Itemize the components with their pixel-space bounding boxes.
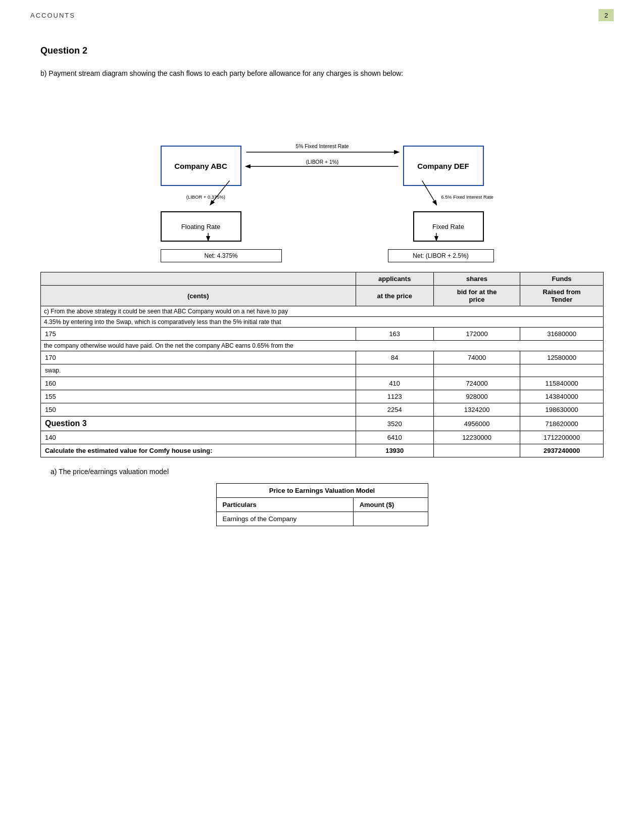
swap-label: swap. [41, 364, 356, 377]
funds-170: 12580000 [520, 351, 604, 364]
sub-question-a: a) The price/earnings valuation model [51, 468, 604, 476]
funds-150: 198630000 [520, 403, 604, 416]
col-cents-header [41, 272, 356, 286]
table-row: Question 3 3520 4956000 718620000 [41, 416, 604, 431]
shares-table: applicants shares Funds (cents) at the p… [40, 272, 604, 457]
table-row: the company otherwise would have paid. O… [41, 341, 604, 351]
shares-140: 12230000 [433, 431, 520, 444]
shares-150: 1324200 [433, 403, 520, 416]
col-shares-subheader: bid for at theprice [433, 286, 520, 306]
total-shares [433, 444, 520, 457]
svg-text:5% Fixed Interest Rate: 5% Fixed Interest Rate [295, 144, 349, 150]
pe-earnings-label: Earnings of the Company [216, 512, 353, 526]
page-content: Question 2 b) Payment stream diagram sho… [0, 30, 644, 551]
svg-line-6 [422, 181, 436, 205]
pe-earnings-amount [353, 512, 428, 526]
svg-text:(LIBOR + 1%): (LIBOR + 1%) [306, 160, 338, 165]
funds-140: 1712200000 [520, 431, 604, 444]
applicants-160: 410 [356, 377, 433, 390]
svg-line-4 [210, 181, 229, 205]
cents-160: 160 [41, 377, 356, 390]
svg-text:6.5% Fixed Interest Rate: 6.5% Fixed Interest Rate [441, 194, 493, 200]
col-applicants-subheader: at the price [356, 286, 433, 306]
page: ACCOUNTS 2 Question 2 b) Payment stream … [0, 0, 644, 834]
question3-inline: Question 3 [41, 416, 356, 431]
pe-col2-header: Amount ($) [353, 498, 428, 512]
table-row: 150 2254 1324200 198630000 [41, 403, 604, 416]
col-funds-header: Funds [520, 272, 604, 286]
shares-175: 172000 [433, 328, 520, 341]
pe-table-title: Price to Earnings Valuation Model [216, 484, 428, 498]
funds-175: 31680000 [520, 328, 604, 341]
pe-table-row: Earnings of the Company [216, 512, 428, 526]
total-funds: 2937240000 [520, 444, 604, 457]
shares-155: 928000 [433, 390, 520, 403]
shares-160: 724000 [433, 377, 520, 390]
question2-title: Question 2 [40, 45, 604, 56]
total-applicants: 13930 [356, 444, 433, 457]
table-row: 175 163 172000 31680000 [41, 328, 604, 341]
funds-160: 115840000 [520, 377, 604, 390]
applicants-140: 6410 [356, 431, 433, 444]
applicants-175: 163 [356, 328, 433, 341]
overlap-row-3: the company otherwise would have paid. O… [41, 341, 604, 351]
applicants-170: 84 [356, 351, 433, 364]
col-applicants-header: applicants [356, 272, 433, 286]
table-row: swap. [41, 364, 604, 377]
cents-140: 140 [41, 431, 356, 444]
applicants-145: 3520 [356, 416, 433, 431]
cents-170: 170 [41, 351, 356, 364]
cents-150: 150 [41, 403, 356, 416]
table-row: 170 84 74000 12580000 [41, 351, 604, 364]
applicants-150: 2254 [356, 403, 433, 416]
cents-155: 155 [41, 390, 356, 403]
shares-145: 4956000 [433, 416, 520, 431]
table-section: applicants shares Funds (cents) at the p… [40, 272, 604, 457]
intro-paragraph: b) Payment stream diagram showing the ca… [40, 67, 604, 80]
pe-table: Price to Earnings Valuation Model Partic… [216, 483, 428, 526]
svg-text:(LIBOR + 0.375%): (LIBOR + 0.375%) [186, 194, 225, 200]
table-row: 160 410 724000 115840000 [41, 377, 604, 390]
table-row: 140 6410 12230000 1712200000 [41, 431, 604, 444]
table-total-row: Calculate the estimated value for Comfy … [41, 444, 604, 457]
page-header: ACCOUNTS 2 [0, 0, 644, 30]
applicants-155: 1123 [356, 390, 433, 403]
cash-flow-diagram: Company ABC Company DEF Floating Rate Fi… [145, 95, 499, 257]
funds-155: 143840000 [520, 390, 604, 403]
cents-175: 175 [41, 328, 356, 341]
col-funds-subheader: Raised fromTender [520, 286, 604, 306]
question3-subtitle-inline: Calculate the estimated value for Comfy … [41, 444, 356, 457]
page-number: 2 [599, 9, 614, 21]
shares-170: 74000 [433, 351, 520, 364]
overlap-row-2: 4.35% by entering into the Swap, which i… [41, 317, 604, 328]
diagram-container: Company ABC Company DEF Floating Rate Fi… [40, 95, 604, 257]
pe-col1-header: Particulars [216, 498, 353, 512]
header-title: ACCOUNTS [30, 12, 75, 19]
table-row: 4.35% by entering into the Swap, which i… [41, 317, 604, 328]
diagram-svg: 5% Fixed Interest Rate (LIBOR + 1%) (LIB… [145, 95, 499, 257]
col-shares-header: shares [433, 272, 520, 286]
col-cents-subheader: (cents) [41, 286, 356, 306]
funds-145: 718620000 [520, 416, 604, 431]
overlap-row-1: c) From the above strategy it could be s… [41, 306, 604, 317]
table-row: 155 1123 928000 143840000 [41, 390, 604, 403]
